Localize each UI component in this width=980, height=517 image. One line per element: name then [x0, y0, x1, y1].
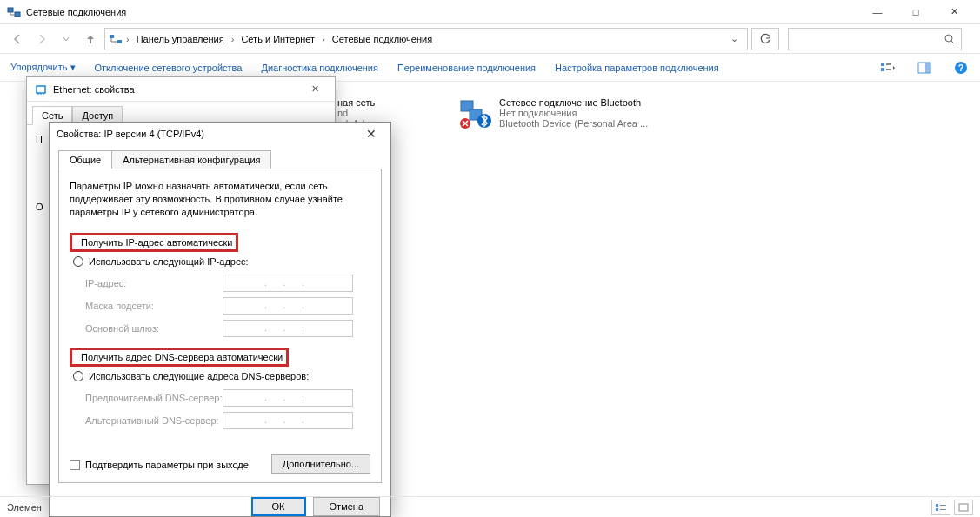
radio-auto-ip-label: Получить IP-адрес автоматически	[81, 237, 232, 248]
tab-general[interactable]: Общие	[58, 150, 112, 169]
radio-auto-dns-label: Получить адрес DNS-сервера автоматически	[81, 352, 283, 362]
svg-rect-18	[936, 504, 938, 507]
subnet-mask-label: Маска подсети:	[85, 301, 223, 311]
svg-rect-10	[925, 63, 930, 73]
rename-connection-button[interactable]: Переименование подключения	[397, 63, 536, 73]
connection-settings-button[interactable]: Настройка параметров подключения	[555, 63, 719, 73]
ipv4-close-button[interactable]: ✕	[359, 124, 383, 143]
connection-name: Сетевое подключение Bluetooth	[499, 97, 648, 108]
search-icon	[943, 33, 956, 45]
connection-name-tail: ная сеть	[337, 97, 383, 108]
radio-manual-dns-label: Использовать следующие адреса DNS-сервер…	[89, 371, 309, 381]
radio-manual-ip[interactable]	[73, 256, 83, 267]
svg-text:?: ?	[958, 63, 964, 73]
connection-status: Нет подключения	[499, 108, 648, 118]
search-box[interactable]	[788, 28, 962, 50]
advanced-button[interactable]: Дополнительно...	[271, 454, 370, 474]
ethernet-icon	[34, 83, 48, 96]
details-pane-icon[interactable]	[916, 59, 933, 76]
svg-rect-22	[959, 504, 968, 511]
address-bar[interactable]: › Панель управления › Сеть и Интернет › …	[104, 28, 748, 50]
svg-rect-21	[940, 509, 946, 510]
back-button[interactable]	[7, 29, 28, 50]
view-dropdown-icon[interactable]	[879, 59, 897, 76]
breadcrumb-control-panel[interactable]: Панель управления	[133, 34, 228, 44]
radio-manual-ip-label: Использовать следующий IP-адрес:	[89, 256, 249, 267]
preferred-dns-field: . . .	[223, 389, 353, 407]
status-bar: Элемен	[0, 496, 980, 517]
subnet-mask-field: . . .	[223, 297, 353, 315]
dialog-titlebar: Ethernet: свойства ✕	[27, 77, 335, 102]
forward-button[interactable]	[31, 29, 52, 50]
chevron-right-icon: ›	[322, 34, 325, 44]
gateway-label: Основной шлюз:	[85, 323, 223, 334]
close-button[interactable]: ✕	[935, 0, 973, 24]
svg-rect-6	[881, 68, 884, 71]
svg-rect-2	[110, 35, 114, 38]
ipv4-general-pane: Параметры IP можно назначать автоматичес…	[58, 169, 382, 483]
highlight-auto-ip: Получить IP-адрес автоматически	[70, 233, 238, 252]
network-icon	[7, 5, 21, 19]
svg-rect-3	[117, 40, 122, 43]
breadcrumb-network-internet[interactable]: Сеть и Интернет	[237, 34, 318, 44]
svg-rect-17	[37, 86, 45, 93]
search-input[interactable]	[794, 34, 943, 44]
alternate-dns-field: . . .	[223, 412, 353, 429]
status-text: Элемен	[7, 502, 42, 513]
maximize-button[interactable]: □	[897, 0, 935, 24]
breadcrumb-connections[interactable]: Сетевые подключения	[329, 34, 436, 44]
minimize-button[interactable]: —	[858, 0, 897, 24]
svg-rect-20	[936, 508, 938, 511]
help-icon[interactable]: ?	[952, 59, 970, 76]
view-icons-button[interactable]	[954, 500, 973, 515]
confirm-on-exit-label: Подтвердить параметры при выходе	[85, 460, 249, 470]
svg-rect-8	[886, 69, 891, 70]
ipv4-properties-dialog: Свойства: IP версии 4 (TCP/IPv4) ✕ Общие…	[49, 122, 391, 517]
window-titlebar: Сетевые подключения — □ ✕	[0, 0, 980, 24]
tab-alternate-config[interactable]: Альтернативная конфигурация	[111, 150, 271, 169]
connection-item-bluetooth[interactable]: Сетевое подключение Bluetooth Нет подклю…	[457, 97, 666, 132]
refresh-button[interactable]	[751, 28, 779, 50]
highlight-auto-dns: Получить адрес DNS-сервера автоматически	[70, 348, 289, 367]
recent-dropdown[interactable]	[56, 29, 77, 50]
bluetooth-connection-icon	[457, 97, 492, 132]
ethernet-dialog-title: Ethernet: свойства	[53, 84, 302, 95]
ip-address-field: . . .	[223, 275, 353, 292]
window-title: Сетевые подключения	[26, 7, 858, 17]
svg-rect-19	[940, 505, 946, 506]
svg-point-4	[945, 35, 952, 42]
ip-address-label: IP-адрес:	[85, 278, 223, 288]
radio-manual-dns[interactable]	[73, 371, 83, 381]
svg-rect-0	[8, 8, 13, 12]
view-details-button[interactable]	[931, 500, 950, 515]
svg-rect-5	[881, 63, 884, 66]
connection-device: Bluetooth Device (Personal Area ...	[499, 118, 648, 129]
network-small-icon	[109, 32, 123, 46]
address-bar-row: › Панель управления › Сеть и Интернет › …	[0, 24, 980, 54]
connection-status-tail: nd	[337, 108, 383, 118]
chevron-right-icon: ›	[126, 34, 130, 44]
chevron-right-icon: ›	[231, 34, 235, 44]
gateway-field: . . .	[223, 320, 353, 337]
address-dropdown-icon[interactable]: ⌄	[724, 33, 743, 44]
alternate-dns-label: Альтернативный DNS-сервер:	[85, 415, 223, 426]
svg-rect-7	[886, 63, 891, 65]
up-button[interactable]	[80, 29, 101, 50]
ipv4-dialog-title: Свойства: IP версии 4 (TCP/IPv4)	[57, 129, 359, 139]
svg-rect-1	[15, 12, 20, 17]
organize-menu[interactable]: Упорядочить ▾	[10, 62, 76, 73]
diagnose-button[interactable]: Диагностика подключения	[261, 63, 377, 73]
preferred-dns-label: Предпочитаемый DNS-сервер:	[85, 393, 223, 403]
disable-device-button[interactable]: Отключение сетевого устройства	[95, 63, 243, 73]
ethernet-close-button[interactable]: ✕	[302, 83, 328, 95]
ipv4-intro-text: Параметры IP можно назначать автоматичес…	[70, 180, 370, 219]
confirm-on-exit-checkbox[interactable]	[70, 460, 80, 470]
ipv4-titlebar: Свойства: IP версии 4 (TCP/IPv4) ✕	[50, 123, 390, 145]
